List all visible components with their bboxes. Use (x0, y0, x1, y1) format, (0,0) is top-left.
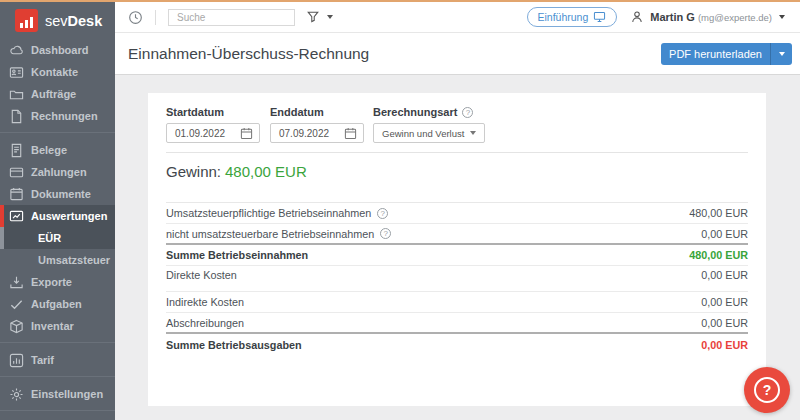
sidebar-item-label: Aufträge (31, 88, 76, 100)
sidebar-divider (0, 132, 115, 133)
sidebar-item-label: Dokumente (31, 188, 91, 200)
sidebar-item-belege[interactable]: Belege (0, 139, 115, 161)
sidebar-item-label: Auswertungen (31, 210, 107, 222)
calctype-label: Berechnungsart? (373, 106, 485, 118)
sevdesk-logo-text: sevDesk (45, 13, 102, 29)
row-label: nicht umsatzsteuerbare Betriebseinnahmen (166, 228, 374, 240)
row-label: Indirekte Kosten (166, 296, 244, 308)
sidebar-item-label: Dashboard (31, 44, 88, 56)
sidebar-item-auftr-ge[interactable]: Aufträge (0, 83, 115, 105)
table-row: Umsatzsteuerpflichtige Betriebseinnahmen… (166, 203, 748, 224)
sidebar-item-exporte[interactable]: Exporte (0, 271, 115, 293)
table-row: Summe Betriebsausgaben0,00 EUR (166, 334, 748, 355)
user-dropdown-caret (779, 15, 785, 19)
sevdesk-logo-icon (15, 9, 38, 32)
startdate-input[interactable]: 01.09.2022 (166, 123, 260, 143)
row-value: 0,00 EUR (701, 296, 748, 308)
user-menu[interactable]: Martin G (mg@experte.de) (630, 10, 785, 24)
page-header: Einnahmen-Überschuss-Rechnung PDF herunt… (115, 33, 800, 75)
enddate-label: Enddatum (270, 106, 364, 118)
intro-button[interactable]: Einführung (527, 7, 618, 27)
invoice-icon (9, 109, 24, 124)
sidebar-item-label: EÜR (38, 232, 61, 244)
monitor-icon (593, 11, 606, 23)
profit-summary: Gewinn:480,00 EUR (166, 163, 748, 180)
content-area: Startdatum 01.09.2022 Enddatum 07.09.202… (115, 75, 800, 420)
sidebar-item-zahlungen[interactable]: Zahlungen (0, 161, 115, 183)
settings-icon (9, 387, 24, 402)
sidebar-divider (0, 376, 115, 377)
eur-report-card: Startdatum 01.09.2022 Enddatum 07.09.202… (148, 93, 766, 406)
sidebar: sevDesk DashboardKontakteAufträgeRechnun… (0, 2, 115, 420)
sidebar-item-label: Kontakte (31, 66, 78, 78)
sidebar-item-dashboard[interactable]: Dashboard (0, 39, 115, 61)
sidebar-item-label: Tarif (31, 354, 54, 366)
row-value: 0,00 EUR (701, 339, 748, 351)
payments-icon (9, 165, 24, 180)
sidebar-item-umsatzsteuer[interactable]: Umsatzsteuer (0, 249, 115, 271)
sevdesk-logo[interactable]: sevDesk (0, 2, 115, 39)
info-icon[interactable]: ? (462, 107, 473, 118)
sidebar-divider (0, 342, 115, 343)
sidebar-item-inventar[interactable]: Inventar (0, 315, 115, 337)
row-label: Summe Betriebseinnahmen (166, 249, 308, 261)
sidebar-item-label: Rechnungen (31, 110, 98, 122)
calendar-icon (344, 127, 357, 140)
filter-funnel-icon[interactable] (306, 10, 320, 24)
sidebar-item-rechnungen[interactable]: Rechnungen (0, 105, 115, 127)
calendar-icon (240, 127, 253, 140)
cloud-icon (9, 43, 24, 58)
row-value: 0,00 EUR (701, 269, 748, 281)
tasks-icon (9, 297, 24, 312)
sidebar-item-label: Belege (31, 144, 67, 156)
sidebar-item-e-r[interactable]: EÜR (0, 227, 115, 249)
divider (166, 152, 748, 153)
user-icon (630, 10, 644, 24)
user-email: (mg@experte.de) (698, 12, 772, 23)
topbar-divider (155, 10, 156, 25)
user-name: Martin G (650, 11, 695, 23)
table-row: Direkte Kosten0,00 EUR (166, 266, 748, 292)
info-icon[interactable]: ? (377, 208, 388, 219)
row-value: 480,00 EUR (689, 207, 748, 219)
question-mark-icon: ? (754, 377, 780, 403)
pdf-download-button[interactable]: PDF herunterladen (661, 43, 792, 65)
sidebar-item-label: Exporte (31, 276, 72, 288)
page-title: Einnahmen-Überschuss-Rechnung (128, 45, 369, 63)
sidebar-item-kontakte[interactable]: Kontakte (0, 61, 115, 83)
export-icon (9, 275, 24, 290)
select-caret-icon (470, 131, 476, 135)
sidebar-item-label: Inventar (31, 320, 74, 332)
table-row: nicht umsatzsteuerbare Betriebseinnahmen… (166, 224, 748, 245)
sidebar-item-tarif[interactable]: Tarif (0, 349, 115, 371)
sidebar-item-dokumente[interactable]: Dokumente (0, 183, 115, 205)
profit-value: 480,00 EUR (225, 163, 307, 180)
sidebar-item-label: Zahlungen (31, 166, 87, 178)
folder-icon (9, 87, 24, 102)
row-label: Abschreibungen (166, 317, 244, 329)
help-button[interactable]: ? (744, 367, 790, 413)
info-icon[interactable]: ? (380, 228, 391, 239)
history-clock-icon[interactable] (128, 10, 143, 25)
sidebar-item-einstellungen[interactable]: Einstellungen (0, 383, 115, 405)
enddate-input[interactable]: 07.09.2022 (270, 123, 364, 143)
pdf-dropdown-caret[interactable] (770, 43, 792, 65)
report-filters: Startdatum 01.09.2022 Enddatum 07.09.202… (166, 106, 748, 143)
sidebar-item-aufgaben[interactable]: Aufgaben (0, 293, 115, 315)
row-value: 0,00 EUR (701, 317, 748, 329)
sidebar-divider (0, 410, 115, 411)
top-accent-line (0, 0, 800, 2)
filter-dropdown-caret[interactable] (327, 15, 333, 19)
row-label: Umsatzsteuerpflichtige Betriebseinnahmen (166, 207, 371, 219)
startdate-label: Startdatum (166, 106, 260, 118)
row-value: 0,00 EUR (701, 228, 748, 240)
sidebar-item-auswertungen[interactable]: Auswertungen (0, 205, 115, 227)
calctype-select[interactable]: Gewinn und Verlust (373, 123, 485, 143)
sidebar-item-label: Umsatzsteuer (38, 254, 110, 266)
sidebar-item-label: Aufgaben (31, 298, 82, 310)
table-row: Indirekte Kosten0,00 EUR (166, 292, 748, 313)
documents-icon (9, 187, 24, 202)
search-input[interactable] (168, 9, 295, 26)
tariff-icon (9, 353, 24, 368)
inventory-icon (9, 319, 24, 334)
